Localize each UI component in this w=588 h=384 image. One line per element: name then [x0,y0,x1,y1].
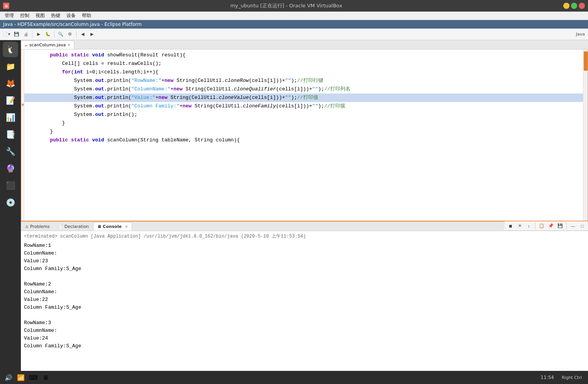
console-line-8: Value:22 [24,296,585,304]
system-taskbar: 🔊 📶 ⌨ 🖥 11:54 Right Ctrl [0,371,588,384]
sidebar-terminal[interactable]: ⬛ [3,178,18,193]
sys-rightctrl: Right Ctrl [559,375,585,380]
console-line-2: ColumnName: [24,250,585,257]
bottom-tb-scroll[interactable]: ↕ [525,222,533,230]
menu-control[interactable]: 控制 [17,12,32,20]
toolbar-next[interactable]: ▶ [88,30,96,39]
toolbar-debug[interactable]: 🐛 [44,30,52,39]
sys-time: 11:54 [537,375,557,380]
vm-icon: 🖥 [3,3,9,9]
sidebar-writer[interactable]: 📝 [3,93,18,108]
bottom-panel: ⚠ Problems 📄 Declaration 🖥 Console ✕ [21,221,588,376]
sidebar-impress[interactable]: 📑 [3,127,18,142]
console-content: <terminated> scanColumn [Java Applicatio… [21,231,588,374]
menu-view[interactable]: 视图 [32,12,48,20]
tab-problems[interactable]: ⚠ Problems [21,222,54,231]
tab-problems-label: Problems [30,224,50,229]
code-line-3: for(int i=0;i<cells.length;i++){ [21,68,588,76]
bookmark-indicator [22,104,24,106]
sys-icon-4[interactable]: 🖥 [40,372,51,383]
tab-declaration[interactable]: 📄 Declaration [54,222,93,231]
bottom-tb-save[interactable]: 💾 [556,222,564,230]
sidebar-files[interactable]: 📁 [3,59,18,74]
toolbar-search[interactable]: 🔍 [56,30,65,39]
sidebar-settings[interactable]: 🔧 [3,144,18,159]
bottom-tb-copy[interactable]: 📋 [537,222,546,230]
sys-icon-1[interactable]: 🔊 [3,372,14,383]
bottom-tb-maximize[interactable]: □ [578,222,586,230]
left-gutter [21,49,24,221]
toolbar-prev[interactable]: ◀ [78,30,87,39]
bottom-tab-bar: ⚠ Problems 📄 Declaration 🖥 Console ✕ [21,222,588,231]
sidebar-app[interactable]: 🔮 [3,161,18,176]
tab-declaration-label: Declaration [65,224,89,229]
maximize-button[interactable] [571,3,577,9]
menu-help[interactable]: 帮助 [79,12,94,20]
sidebar-firefox[interactable]: 🦊 [3,76,18,91]
code-line-5: System.out.println("ColumnName:"+new Str… [21,85,588,93]
code-line-11: public static void scanColumn(String tab… [21,136,588,144]
sidebar-disk[interactable]: 💿 [3,195,18,210]
menu-manage[interactable]: 管理 [2,12,17,20]
console-line-10 [24,311,585,319]
sidebar-calc[interactable]: 📊 [3,110,18,125]
console-line-13: Value:24 [24,335,585,342]
code-line-9: } [21,119,588,127]
eclipse-title-bar: Java - HDFSExample/src/scanColumn.java -… [0,20,588,29]
toolbar-print[interactable]: 🖨 [22,30,30,39]
bottom-tb-paste[interactable]: 📌 [547,222,555,230]
editor-tab-filename: scanColumn.java [29,42,66,48]
code-editor[interactable]: public static void showResult(Result res… [21,49,588,221]
editor-scrollbar[interactable] [583,49,588,221]
toolbar-sep3 [76,31,76,38]
toolbar-sep1 [32,31,32,38]
console-line-9: Column Family:S_Age [24,304,585,311]
code-line-6: System.out.println("Value:"+new String(C… [21,93,588,102]
editor-tab-scancolumn[interactable]: ☕ scanColumn.java ✕ [21,41,74,49]
bottom-tb-minimize[interactable]: — [569,222,577,230]
scrollbar-thumb-top [584,51,588,71]
eclipse-title-text: Java - HDFSExample/src/scanColumn.java -… [3,22,142,27]
console-line-4: Column Family:S_Age [24,265,585,273]
sys-icon-3[interactable]: ⌨ [28,372,39,383]
console-line-1: RowName:1 [24,242,585,250]
code-content: public static void showResult(Result res… [21,49,588,146]
menu-hotkey[interactable]: 热键 [48,12,63,20]
code-line-7: System.out.println("Column Family:"+new … [21,102,588,110]
eclipse-toolbar: 📄▾ 💾 🖨 ▶ 🐛 🔍 ⚙ ◀ ▶ Java [0,29,588,40]
bottom-toolbar: ⏹ ✕ ↕ 📋 📌 💾 — □ [505,221,588,231]
problems-icon: ⚠ [25,224,29,229]
code-line-10: } [21,127,588,136]
code-line-4: System.out.println("RowName:"+new String… [21,76,588,85]
tab-console[interactable]: 🖥 Console ✕ [93,222,132,231]
console-icon: 🖥 [97,224,101,229]
code-line-2: Cell[] cells = result.rawCells(); [21,59,588,68]
toolbar-save[interactable]: 💾 [12,30,21,39]
vm-menu-bar: 管理 控制 视图 热键 设备 帮助 [0,12,588,20]
code-line-8: System.out.println(); [21,110,588,119]
console-line-3: Value:23 [24,257,585,265]
sidebar-ubuntu[interactable]: 🐧 [3,42,18,57]
console-line-5 [24,273,585,280]
code-line-1: public static void showResult(Result res… [21,51,588,59]
tab-console-close[interactable]: ✕ [125,224,128,229]
editor-tab-bar: ☕ scanColumn.java ✕ [21,40,588,49]
toolbar-refactor[interactable]: ⚙ [66,30,74,39]
console-terminated-text: <terminated> scanColumn [Java Applicatio… [24,233,585,240]
sys-icon-2[interactable]: 📶 [15,372,26,383]
bottom-tb-stop[interactable]: ⏹ [506,222,515,230]
close-button[interactable] [579,3,585,9]
toolbar-sep2 [54,31,54,38]
minimize-button[interactable] [563,3,569,9]
toolbar-new[interactable]: 📄▾ [2,30,12,39]
vm-title-text: my_ubuntu [正在运行] - Oracle VM VirtualBox [12,2,560,9]
menu-device[interactable]: 设备 [63,12,79,20]
toolbar-run[interactable]: ▶ [34,30,43,39]
bottom-tb-sep2 [566,223,567,229]
editor-tab-close[interactable]: ✕ [67,43,70,47]
tab-console-label: Console [103,224,122,229]
console-line-12: ColumnName: [24,327,585,335]
ubuntu-sidebar: 🐧 📁 🦊 📝 📊 📑 🔧 🔮 ⬛ 💿 🗑 [0,40,21,384]
bottom-tb-sep [535,223,535,229]
bottom-tb-clear[interactable]: ✕ [515,222,524,230]
